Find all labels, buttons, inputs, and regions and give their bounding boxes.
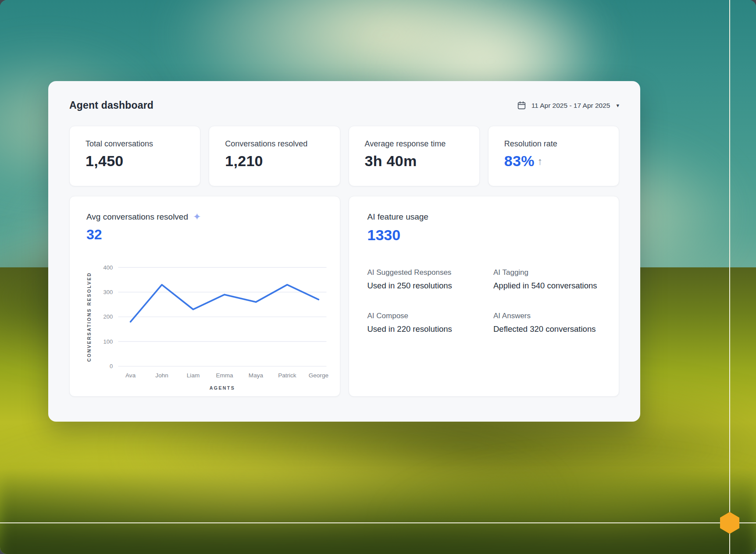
sparkle-icon: ✦	[193, 212, 201, 222]
page-title: Agent dashboard	[69, 99, 153, 111]
stat-card-conversations-resolved: Conversations resolved 1,210	[209, 126, 340, 186]
avg-card-header: Avg conversations resolved ✦	[86, 212, 328, 222]
x-tick-label: George	[309, 372, 328, 379]
feature-name: AI Tagging	[493, 268, 600, 277]
line-chart-svg: 0100200300400AvaJohnLiamEmmaMayaPatrickG…	[86, 255, 328, 394]
stat-label: Total conversations	[86, 139, 184, 149]
stat-card-average-response-time: Average response time 3h 40m	[349, 126, 480, 186]
feature-name: AI Suggested Responses	[367, 268, 483, 277]
dashboard-panel: Agent dashboard 11 Apr 2025 - 17 Apr 202…	[48, 81, 640, 422]
ai-card-title: AI feature usage	[367, 212, 601, 222]
y-tick-label: 300	[103, 289, 113, 295]
field-shadow	[0, 471, 756, 554]
stats-row: Total conversations 1,450 Conversations …	[69, 126, 619, 186]
main-row: Avg conversations resolved ✦ 32 01002003…	[69, 196, 619, 397]
x-axis-title: AGENTS	[210, 385, 235, 391]
frame-line-vertical	[729, 0, 730, 554]
stat-value: 3h 40m	[365, 153, 464, 170]
date-range-label: 11 Apr 2025 - 17 Apr 2025	[531, 102, 610, 110]
stat-value: 1,450	[86, 153, 184, 170]
feature-item-tagging: AI Tagging Applied in 540 conversations	[493, 268, 600, 291]
x-tick-label: Ava	[125, 372, 136, 379]
feature-detail: Used in 220 resolutions	[367, 324, 483, 334]
feature-detail: Deflected 320 conversations	[493, 324, 600, 334]
stat-value: 83%↑	[504, 153, 603, 170]
ai-card-value: 1330	[367, 227, 601, 244]
frame-line-horizontal	[0, 522, 756, 523]
y-tick-label: 400	[103, 264, 113, 271]
x-tick-label: Emma	[216, 372, 233, 379]
feature-detail: Used in 250 resolutions	[367, 281, 483, 291]
feature-detail: Applied in 540 conversations	[493, 281, 600, 291]
feature-item-compose: AI Compose Used in 220 resolutions	[367, 312, 483, 334]
screenshot-root: Agent dashboard 11 Apr 2025 - 17 Apr 202…	[0, 0, 756, 554]
x-tick-label: John	[155, 372, 168, 379]
ai-feature-usage-card: AI feature usage 1330 AI Suggested Respo…	[349, 196, 620, 397]
x-tick-label: Patrick	[278, 372, 296, 379]
y-tick-label: 0	[110, 363, 113, 369]
trend-up-icon: ↑	[538, 156, 543, 167]
stat-value: 1,210	[225, 153, 324, 170]
feature-item-suggested-responses: AI Suggested Responses Used in 250 resol…	[367, 268, 483, 291]
y-axis-title: CONVERSATIONS RESOLVED	[86, 272, 92, 362]
feature-grid: AI Suggested Responses Used in 250 resol…	[367, 268, 601, 334]
line-chart: 0100200300400AvaJohnLiamEmmaMayaPatrickG…	[86, 255, 328, 394]
date-range-picker[interactable]: 11 Apr 2025 - 17 Apr 2025 ▾	[517, 101, 619, 110]
calendar-icon	[517, 101, 526, 110]
stat-card-resolution-rate: Resolution rate 83%↑	[488, 126, 619, 186]
feature-name: AI Compose	[367, 312, 483, 320]
panel-header: Agent dashboard 11 Apr 2025 - 17 Apr 202…	[69, 99, 619, 111]
stat-label: Average response time	[365, 139, 464, 149]
feature-name: AI Answers	[493, 312, 600, 320]
stat-card-total-conversations: Total conversations 1,450	[69, 126, 200, 186]
feature-item-answers: AI Answers Deflected 320 conversations	[493, 312, 600, 334]
y-tick-label: 200	[103, 313, 113, 320]
caret-down-icon: ▾	[616, 102, 619, 109]
avg-conversations-card: Avg conversations resolved ✦ 32 01002003…	[69, 196, 340, 397]
x-tick-label: Liam	[187, 372, 200, 379]
data-line	[131, 285, 319, 322]
avg-card-title: Avg conversations resolved	[86, 212, 188, 222]
stat-label: Resolution rate	[504, 139, 603, 149]
stat-label: Conversations resolved	[225, 139, 324, 149]
avg-card-value: 32	[86, 227, 328, 243]
y-tick-label: 100	[103, 338, 113, 345]
x-tick-label: Maya	[249, 372, 264, 379]
